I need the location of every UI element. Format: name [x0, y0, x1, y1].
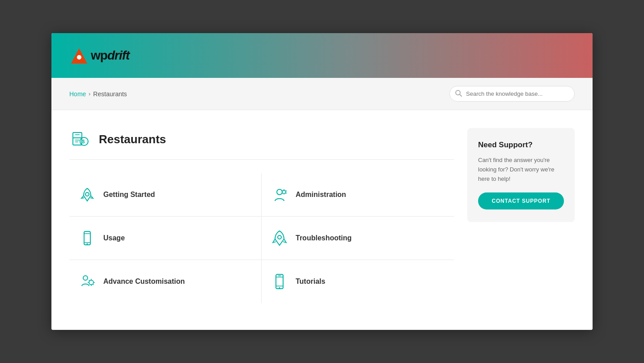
search-icon: [455, 90, 462, 98]
mobile-icon: [78, 229, 96, 247]
site-header: wpdrift: [51, 33, 593, 78]
categories-grid: Getting Started Administration: [69, 173, 454, 303]
search-container: [449, 86, 575, 102]
gear-person-icon: [78, 273, 96, 290]
rocket-icon: [78, 186, 96, 204]
page-title-section: $ Restaurants: [69, 128, 454, 160]
category-label-advance-customisation: Advance Customisation: [103, 278, 185, 286]
svg-line-3: [460, 94, 462, 96]
page-title: Restaurants: [99, 132, 166, 146]
svg-point-1: [77, 55, 81, 60]
support-box: Need Support? Can't find the answer you'…: [467, 128, 575, 222]
breadcrumb-separator: ›: [89, 91, 90, 97]
search-input[interactable]: [449, 86, 575, 102]
svg-rect-30: [276, 274, 283, 289]
contact-support-button[interactable]: CONTACT SUPPORT: [478, 192, 564, 209]
nav-bar: Home › Restaurants: [51, 78, 593, 110]
category-label-administration: Administration: [296, 191, 346, 199]
svg-line-16: [286, 193, 287, 193]
svg-point-12: [277, 189, 282, 195]
category-item-usage[interactable]: Usage: [69, 217, 262, 260]
category-item-administration[interactable]: Administration: [262, 173, 454, 217]
svg-point-13: [282, 190, 286, 194]
breadcrumb-current: Restaurants: [93, 90, 127, 98]
svg-point-23: [89, 280, 93, 285]
main-content: $ Restaurants Getting Sta: [51, 110, 593, 330]
category-label-getting-started: Getting Started: [103, 191, 155, 199]
logo-text: wpdrift: [91, 48, 129, 63]
svg-point-22: [83, 276, 88, 280]
category-item-tutorials[interactable]: Tutorials: [262, 260, 454, 303]
mobile2-icon: [271, 273, 288, 290]
admin-icon: [271, 186, 288, 204]
browser-window: wpdrift Home › Restaurants: [51, 33, 593, 330]
svg-point-11: [85, 192, 89, 196]
support-body-text: Can't find the answer you're looking for…: [478, 156, 564, 184]
content-area: $ Restaurants Getting Sta: [69, 128, 454, 303]
category-item-advance-customisation[interactable]: Advance Customisation: [69, 260, 262, 303]
restaurants-icon: $: [69, 128, 92, 150]
logo-triangle-icon: [69, 46, 89, 65]
rocket2-icon: [271, 229, 288, 247]
breadcrumb-home-link[interactable]: Home: [69, 90, 86, 98]
category-label-usage: Usage: [103, 234, 125, 242]
svg-text:$: $: [82, 139, 85, 144]
support-title: Need Support?: [478, 141, 564, 149]
category-label-tutorials: Tutorials: [296, 278, 325, 286]
svg-point-21: [278, 235, 281, 239]
svg-point-20: [87, 243, 88, 245]
breadcrumb: Home › Restaurants: [69, 90, 127, 98]
category-item-troubleshooting[interactable]: Troubleshooting: [262, 217, 454, 260]
category-label-troubleshooting: Troubleshooting: [296, 234, 352, 242]
svg-point-34: [279, 287, 280, 289]
logo[interactable]: wpdrift: [69, 46, 129, 65]
svg-line-29: [93, 284, 94, 285]
svg-line-28: [89, 280, 90, 281]
svg-line-15: [286, 191, 287, 191]
support-sidebar: Need Support? Can't find the answer you'…: [467, 128, 575, 303]
category-item-getting-started[interactable]: Getting Started: [69, 173, 262, 217]
